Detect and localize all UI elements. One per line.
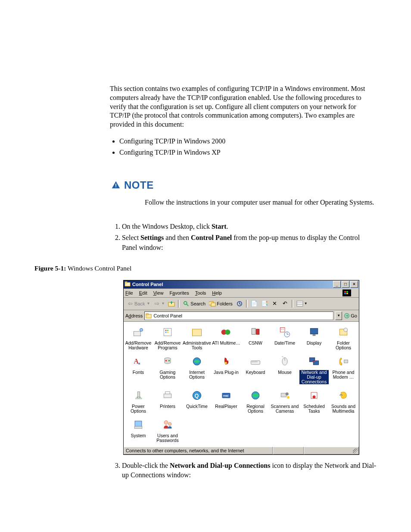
svg-rect-48 bbox=[256, 361, 258, 362]
toolbar-views[interactable]: ▼ bbox=[295, 300, 309, 308]
menu-help[interactable]: Help bbox=[212, 290, 222, 296]
menu-favorites[interactable]: Favorites bbox=[169, 290, 189, 296]
steps-list: On the Windows Desktop, click Start. Sel… bbox=[110, 222, 377, 252]
cp-item-display[interactable]: Display bbox=[299, 324, 329, 353]
toolbar-forward[interactable]: ⇨▼ bbox=[152, 300, 166, 308]
cp-item-label: CSNW bbox=[249, 341, 262, 345]
cp-item-icon bbox=[307, 325, 321, 339]
intro-paragraph: This section contains two examples of co… bbox=[110, 84, 377, 129]
toolbar-undo[interactable]: ↶ bbox=[280, 300, 290, 308]
cp-item-icon bbox=[161, 325, 174, 339]
cp-item-fonts[interactable]: AaFonts bbox=[124, 353, 153, 387]
svg-point-26 bbox=[225, 330, 230, 335]
cp-item-ati-multime[interactable]: ATI Multime… bbox=[212, 324, 241, 353]
cp-item-label: Java Plug-in bbox=[214, 370, 239, 375]
cp-item-system[interactable]: System bbox=[124, 416, 153, 445]
toolbar-delete[interactable]: ✕ bbox=[270, 300, 280, 308]
cp-item-java-plug-in[interactable]: Java Plug-in bbox=[212, 353, 241, 387]
close-button[interactable]: × bbox=[350, 281, 358, 288]
cp-item-icon bbox=[336, 355, 350, 368]
cp-item-icon bbox=[249, 355, 262, 368]
note-body: Follow the instructions in your computer… bbox=[145, 198, 377, 207]
minimize-button[interactable]: _ bbox=[333, 281, 341, 288]
cp-item-keyboard[interactable]: Keyboard bbox=[241, 353, 270, 387]
cp-item-csnw[interactable]: CSNW bbox=[241, 324, 270, 353]
folder-small-icon bbox=[146, 313, 152, 319]
toolbar-history[interactable] bbox=[235, 300, 244, 308]
toolbar-moveto[interactable]: 📄 bbox=[249, 300, 259, 308]
menu-tools[interactable]: Tools bbox=[195, 290, 206, 296]
svg-line-7 bbox=[187, 304, 188, 306]
note-block: NOTE Follow the instructions in your com… bbox=[111, 179, 377, 207]
cp-item-gaming-options[interactable]: Gaming Options bbox=[153, 353, 182, 387]
address-field[interactable]: Control Panel bbox=[144, 311, 333, 320]
cp-item-add-remove-hardware[interactable]: Add/Remove Hardware bbox=[124, 324, 153, 353]
cp-item-icon bbox=[161, 355, 174, 368]
svg-point-41 bbox=[168, 360, 170, 361]
svg-point-68 bbox=[313, 395, 316, 398]
resize-handle[interactable] bbox=[353, 448, 358, 454]
menu-view[interactable]: View bbox=[153, 290, 164, 296]
svg-rect-15 bbox=[146, 314, 148, 315]
cp-item-administrative-tools[interactable]: Administrative Tools bbox=[182, 324, 212, 353]
cp-item-icon bbox=[307, 389, 321, 402]
svg-point-72 bbox=[168, 423, 171, 426]
cp-item-label: Sounds and Multimedia bbox=[329, 404, 358, 414]
cp-item-mouse[interactable]: Mouse bbox=[270, 353, 299, 387]
svg-rect-23 bbox=[167, 332, 168, 333]
menu-file[interactable]: File bbox=[125, 290, 133, 296]
cp-item-scheduled-tasks[interactable]: Scheduled Tasks bbox=[299, 387, 329, 416]
svg-rect-9 bbox=[211, 303, 215, 306]
cp-item-icon: real bbox=[219, 389, 233, 402]
cp-item-quicktime[interactable]: QQuickTime bbox=[182, 387, 212, 416]
toolbar-copyto[interactable]: 📑 bbox=[260, 300, 269, 308]
svg-rect-28 bbox=[256, 329, 259, 334]
address-dropdown[interactable]: ▼ bbox=[335, 311, 342, 320]
cp-item-printers[interactable]: Printers bbox=[153, 387, 182, 416]
svg-point-43 bbox=[225, 362, 227, 364]
cp-item-users-and-passwords[interactable]: Users and Passwords bbox=[153, 416, 182, 445]
svg-rect-27 bbox=[252, 328, 255, 334]
views-icon bbox=[296, 300, 303, 307]
cp-item-scanners-and-cameras[interactable]: Scanners and Cameras bbox=[270, 387, 299, 416]
address-bar: Address Control Panel ▼ Go bbox=[124, 310, 359, 322]
cp-item-add-remove-programs[interactable]: Add/Remove Programs bbox=[153, 324, 182, 353]
cp-item-folder-options[interactable]: Folder Options bbox=[329, 324, 358, 353]
cp-item-phone-and-modem[interactable]: Phone and Modem … bbox=[329, 353, 358, 387]
cp-item-label: Network and Dial-up Connections bbox=[299, 370, 329, 384]
cp-item-label: Gaming Options bbox=[153, 370, 182, 380]
svg-point-18 bbox=[140, 328, 143, 331]
cp-item-realplayer[interactable]: realRealPlayer bbox=[212, 387, 241, 416]
cp-item-label: Mouse bbox=[278, 370, 292, 375]
status-pane-3 bbox=[304, 447, 359, 454]
status-text: Connects to other computers, networks, a… bbox=[124, 447, 273, 454]
window-titlebar[interactable]: Control Panel _ □ × bbox=[124, 280, 359, 289]
menu-edit[interactable]: Edit bbox=[139, 290, 147, 296]
cp-item-internet-options[interactable]: Internet Options bbox=[182, 353, 212, 387]
svg-rect-57 bbox=[164, 394, 171, 398]
cp-item-icon: 1 2 bbox=[278, 325, 292, 339]
cp-item-icon bbox=[336, 389, 350, 402]
toolbar-search[interactable]: Search bbox=[181, 300, 207, 308]
maximize-button[interactable]: □ bbox=[342, 281, 349, 288]
cp-item-label: Keyboard bbox=[246, 370, 265, 375]
svg-rect-22 bbox=[165, 332, 167, 333]
cp-item-network-and-dial-up-connections[interactable]: Network and Dial-up Connections bbox=[299, 353, 329, 387]
cp-item-icon bbox=[161, 418, 174, 432]
toolbar-folders[interactable]: Folders bbox=[208, 300, 234, 308]
toolbar-back[interactable]: ⇦Back▼ bbox=[125, 300, 151, 308]
history-icon bbox=[236, 300, 243, 307]
address-value: Control Panel bbox=[153, 313, 182, 318]
toolbar-up[interactable] bbox=[167, 300, 176, 308]
go-button[interactable]: Go bbox=[344, 313, 357, 319]
svg-rect-54 bbox=[344, 360, 348, 363]
cp-item-power-options[interactable]: Power Options bbox=[124, 387, 153, 416]
cp-item-regional-options[interactable]: Regional Options bbox=[241, 387, 270, 416]
cp-item-date-time[interactable]: 1 2Date/Time bbox=[270, 324, 299, 353]
cp-item-label: Folder Options bbox=[329, 341, 358, 350]
svg-rect-34 bbox=[310, 328, 318, 334]
cp-item-sounds-and-multimedia[interactable]: Sounds and Multimedia bbox=[329, 387, 358, 416]
svg-rect-70 bbox=[134, 426, 142, 429]
svg-rect-66 bbox=[287, 396, 289, 398]
windows-logo-icon bbox=[342, 289, 351, 296]
